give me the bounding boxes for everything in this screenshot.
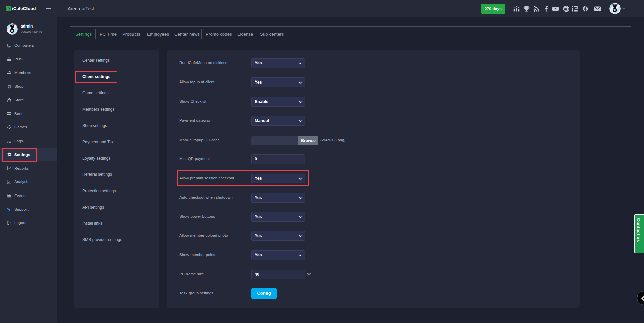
svg-text:PLATINUM: PLATINUM	[9, 24, 16, 25]
svg-text:PLATINUM: PLATINUM	[612, 3, 619, 5]
